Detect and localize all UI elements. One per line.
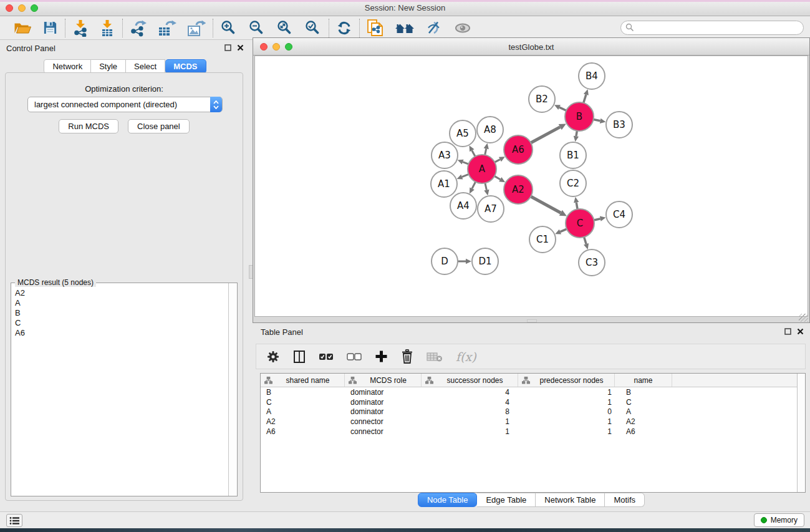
- search-field: [620, 21, 804, 35]
- table-row[interactable]: Bdominator41B: [261, 387, 805, 397]
- float-panel-icon[interactable]: [224, 44, 231, 51]
- close-panel-button[interactable]: Close panel: [128, 119, 190, 133]
- column-header-mcds-role[interactable]: MCDS role: [345, 374, 422, 387]
- result-scrollbar[interactable]: [228, 283, 237, 496]
- edge-A-A6[interactable]: [494, 160, 500, 163]
- home-layout-icon[interactable]: [395, 21, 415, 35]
- table-header-row: shared nameMCDS rolesuccessor nodesprede…: [261, 374, 805, 387]
- edge-B-B1[interactable]: [576, 131, 577, 137]
- import-network-icon[interactable]: [72, 19, 89, 37]
- edge-A-A5[interactable]: [472, 150, 475, 157]
- export-table-icon[interactable]: [158, 19, 176, 37]
- arrowhead-icon: [458, 160, 464, 165]
- edge-C-C3[interactable]: [584, 237, 586, 244]
- network-window-titlebar[interactable]: testGlobe.txt: [253, 38, 809, 56]
- mcds-result-list[interactable]: A2ABCA6: [11, 287, 228, 496]
- network-graph[interactable]: AA1A2A3A4A5A6A7A8BB1B2B3B4CC1C2C3C4DD1: [255, 56, 809, 317]
- search-input[interactable]: [620, 21, 804, 35]
- tab-edge-table[interactable]: Edge Table: [477, 493, 536, 507]
- select-all-columns-icon[interactable]: [319, 353, 334, 360]
- table-row[interactable]: A6connector11A6: [261, 427, 805, 437]
- cell: 1: [422, 417, 518, 426]
- open-file-icon[interactable]: [13, 20, 32, 36]
- horizontal-split-handle[interactable]: [527, 319, 537, 322]
- table-row[interactable]: Adominator80A: [261, 407, 805, 417]
- run-mcds-button[interactable]: Run MCDS: [59, 119, 118, 133]
- table-row[interactable]: A2connector11A2: [261, 417, 805, 427]
- cell: 0: [518, 407, 615, 416]
- edge-C-C4[interactable]: [594, 219, 600, 220]
- mcds-result-item[interactable]: A: [15, 298, 224, 308]
- cell: 1: [518, 398, 615, 407]
- tab-motifs[interactable]: Motifs: [605, 493, 645, 507]
- show-columns-icon[interactable]: [293, 350, 306, 364]
- node-label-B2: B2: [536, 94, 548, 105]
- node-label-A4: A4: [457, 200, 470, 211]
- tab-select[interactable]: Select: [126, 59, 165, 74]
- edge-B-B2[interactable]: [559, 107, 566, 110]
- tab-node-table[interactable]: Node Table: [418, 493, 478, 507]
- task-history-button[interactable]: [6, 514, 22, 527]
- edge-A-A1[interactable]: [462, 174, 469, 177]
- node-label-A6: A6: [512, 144, 524, 155]
- edge-C-C2[interactable]: [576, 203, 577, 210]
- edge-A-A2[interactable]: [494, 176, 500, 179]
- column-header-name[interactable]: name: [615, 374, 672, 387]
- edge-A2-C[interactable]: [531, 196, 561, 213]
- network-canvas[interactable]: AA1A2A3A4A5A6A7A8BB1B2B3B4CC1C2C3C4DD1: [254, 56, 808, 317]
- table-row[interactable]: Cdominator41C: [261, 397, 805, 407]
- cell: connector: [345, 427, 422, 436]
- cell: dominator: [345, 407, 422, 416]
- import-table-icon[interactable]: [99, 19, 115, 37]
- column-header-predecessor-nodes[interactable]: predecessor nodes: [518, 374, 615, 387]
- hide-graphics-details-icon[interactable]: [425, 20, 443, 36]
- edge-A-A4[interactable]: [472, 182, 476, 189]
- zoom-fit-icon[interactable]: [276, 19, 294, 37]
- criterion-select[interactable]: largest connected component (directed): [27, 97, 223, 112]
- zoom-out-icon[interactable]: [248, 19, 266, 37]
- column-header-successor-nodes[interactable]: successor nodes: [422, 374, 518, 387]
- zoom-in-icon[interactable]: [220, 19, 238, 37]
- column-header-label: MCDS role: [357, 376, 420, 385]
- edge-A-A8[interactable]: [485, 148, 486, 155]
- node-table[interactable]: shared nameMCDS rolesuccessor nodesprede…: [260, 373, 806, 493]
- create-column-icon[interactable]: [375, 350, 388, 363]
- edge-B-B3[interactable]: [594, 120, 600, 121]
- edge-A6-B[interactable]: [531, 127, 560, 143]
- delete-column-icon[interactable]: [401, 349, 413, 364]
- save-session-icon[interactable]: [42, 20, 58, 36]
- table-settings-gear-icon[interactable]: [266, 350, 280, 364]
- tab-style[interactable]: Style: [91, 59, 126, 74]
- edge-A-A7[interactable]: [485, 183, 486, 190]
- tab-network-table[interactable]: Network Table: [536, 493, 605, 507]
- memory-button[interactable]: Memory: [754, 513, 804, 527]
- tab-network[interactable]: Network: [44, 59, 91, 74]
- window-resize-grip[interactable]: [799, 314, 808, 322]
- edge-B-B4[interactable]: [584, 95, 586, 103]
- zoom-selected-icon[interactable]: [304, 19, 322, 37]
- close-table-panel-icon[interactable]: [797, 328, 804, 335]
- float-table-panel-icon[interactable]: [784, 328, 791, 335]
- refresh-layout-icon[interactable]: [336, 20, 352, 36]
- network-from-clipboard-icon[interactable]: [367, 19, 384, 37]
- tab-mcds[interactable]: MCDS: [165, 59, 206, 74]
- export-network-icon[interactable]: [130, 19, 147, 37]
- export-image-icon[interactable]: [187, 19, 206, 37]
- column-header-label: predecessor nodes: [530, 376, 613, 385]
- deselect-all-columns-icon[interactable]: [347, 353, 362, 360]
- column-header-shared-name[interactable]: shared name: [261, 374, 345, 387]
- table-scrollbar[interactable]: [797, 374, 805, 492]
- close-panel-icon[interactable]: [237, 44, 244, 51]
- control-panel-title: Control Panel: [6, 44, 55, 53]
- mcds-result-item[interactable]: A6: [15, 328, 224, 338]
- mcds-result-item[interactable]: A2: [15, 288, 224, 298]
- edge-C-C1[interactable]: [560, 229, 566, 232]
- mcds-result-item[interactable]: B: [15, 308, 224, 318]
- show-graphics-details-icon[interactable]: [453, 21, 472, 35]
- node-label-C2: C2: [567, 178, 579, 189]
- table-panel-title: Table Panel: [261, 327, 303, 337]
- edge-A-A3[interactable]: [463, 162, 468, 164]
- mcds-result-item[interactable]: C: [15, 318, 224, 328]
- node-label-A2: A2: [512, 184, 524, 195]
- search-icon: [625, 23, 634, 32]
